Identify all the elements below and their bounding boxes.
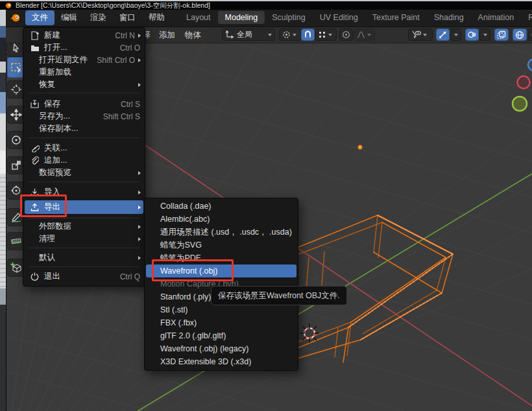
file-menu-item-new[interactable]: 新建 Ctrl N: [25, 29, 143, 41]
file-menu-item-recover[interactable]: 恢复: [25, 78, 143, 91]
export-item-usd[interactable]: 通用场景描述 (.usd， .usdc， .usda): [146, 226, 296, 239]
submenu-arrow-icon: [138, 34, 141, 38]
submenu-arrow-icon: [138, 83, 141, 87]
add-menu[interactable]: 添加: [159, 30, 175, 41]
shading-solid-button[interactable]: [528, 29, 532, 41]
file-menu-item-open[interactable]: 打开... Ctrl O: [25, 41, 143, 54]
file-menu-item-external-data[interactable]: 外部数据: [25, 220, 143, 233]
link-icon: [30, 144, 40, 152]
xray-icon: [497, 30, 506, 39]
export-item-collada[interactable]: Collada (.dae): [146, 200, 296, 213]
file-menu-item-save-copy[interactable]: 保存副本...: [25, 123, 143, 135]
tooltip: 保存该场景至Wavefront OBJ文件.: [211, 286, 347, 305]
gizmo-y-axis-ball[interactable]: [513, 97, 527, 111]
shading-wireframe-button[interactable]: [513, 29, 527, 41]
gizmos-toggle[interactable]: [436, 29, 450, 41]
folder-open-icon: [30, 44, 40, 52]
gizmos-dropdown[interactable]: [450, 29, 461, 41]
file-menu-panel: 新建 Ctrl N 打开... Ctrl O 打开近期文件 Shift Ctrl…: [23, 27, 145, 287]
object-origin-dot: [358, 145, 363, 150]
gizmo-x-axis-ball[interactable]: [518, 76, 530, 89]
file-menu-item-revert[interactable]: 重新加载: [25, 66, 143, 78]
cursor-tool-icon: [13, 86, 19, 93]
file-menu-item-data-previews[interactable]: 数据预览: [25, 167, 143, 179]
blender-window: Blender [C:\Users\CX\Desktop\gong\baoye\…: [0, 0, 532, 411]
blender-app-icon[interactable]: [10, 13, 21, 23]
file-menu-item-save-as[interactable]: 另存为... Shift Ctrl S: [25, 110, 143, 123]
export-item-gltf[interactable]: glTF 2.0 (.glb/.gltf): [146, 329, 296, 342]
annotation-box-wavefront-obj: [152, 259, 234, 281]
magnet-icon: [304, 30, 312, 39]
menu-separator: [29, 248, 139, 248]
tab-sculpting[interactable]: Sculpting: [265, 11, 312, 24]
snap-with-dropdown[interactable]: [315, 29, 337, 41]
export-item-fbx[interactable]: FBX (.fbx): [146, 316, 296, 329]
export-item-x3d[interactable]: X3D Extensible 3D (.x3d): [146, 355, 296, 368]
menu-separator: [29, 266, 139, 267]
xray-toggle[interactable]: [494, 29, 509, 41]
pivot-point-dropdown[interactable]: [279, 29, 302, 41]
tab-uv-editing[interactable]: UV Editing: [313, 11, 365, 24]
background-app-edge: [0, 8, 6, 411]
submenu-arrow-icon: [138, 171, 141, 175]
proportional-falloff-dropdown[interactable]: [354, 29, 375, 41]
snap-toggle[interactable]: [301, 29, 315, 41]
export-item-stl[interactable]: Stl (.stl): [146, 303, 296, 316]
file-menu-item-append[interactable]: 追加...: [25, 154, 143, 167]
submenu-arrow-icon: [138, 206, 141, 209]
gizmo-arrow-icon: [439, 30, 447, 39]
tab-modeling[interactable]: Modeling: [218, 11, 265, 24]
tab-shading[interactable]: Shading: [427, 11, 471, 24]
menu-render[interactable]: 渲染: [84, 10, 113, 25]
overlays-icon: [468, 30, 477, 39]
menu-file[interactable]: 文件: [25, 10, 54, 25]
submenu-arrow-icon: [138, 191, 141, 194]
export-item-wavefront-legacy[interactable]: Wavefront (.obj) (legacy): [146, 342, 296, 355]
measure-ruler-icon: [10, 235, 22, 247]
file-menu-item-save[interactable]: 保存 Ctrl S: [25, 98, 143, 110]
move-icon: [10, 109, 22, 121]
rotate-icon: [10, 134, 22, 146]
topbar: 文件 编辑 渲染 窗口 帮助 Layout Modeling Sculpting…: [6, 8, 532, 27]
annotation-box-export: [20, 194, 67, 217]
file-menu-item-open-recent[interactable]: 打开近期文件 Shift Ctrl O: [25, 54, 143, 66]
submenu-arrow-icon: [138, 237, 141, 241]
menu-separator: [29, 93, 139, 93]
export-item-grease-pencil-svg[interactable]: 蜡笔为SVG: [146, 239, 296, 252]
file-menu-item-defaults[interactable]: 默认: [25, 252, 143, 264]
chevron-down-icon: [293, 34, 296, 36]
menu-window[interactable]: 窗口: [113, 10, 142, 25]
menu-separator: [29, 182, 139, 182]
tab-animation[interactable]: Animation: [471, 11, 522, 24]
object-menu[interactable]: 物体: [185, 30, 201, 41]
tab-texture-paint[interactable]: Texture Paint: [365, 11, 427, 24]
chevron-down-icon: [483, 34, 487, 36]
menu-edit[interactable]: 编辑: [54, 10, 84, 25]
tab-layout[interactable]: Layout: [179, 11, 218, 24]
submenu-arrow-icon: [138, 58, 141, 62]
menu-separator: [29, 218, 139, 218]
overlays-toggle[interactable]: [465, 29, 479, 41]
tab-rendering[interactable]: Renderi: [521, 11, 532, 24]
orientation-label: 全局: [237, 29, 252, 40]
add-cube-icon: [10, 262, 22, 274]
transform-orientation-dropdown[interactable]: 全局: [222, 29, 275, 41]
file-menu-item-link[interactable]: 关联...: [25, 142, 143, 154]
export-item-alembic[interactable]: Alembic(.abc): [146, 213, 296, 226]
title-bar: Blender [C:\Users\CX\Desktop\gong\baoye\…: [0, 0, 532, 10]
chevron-down-icon: [328, 34, 332, 36]
window-title: Blender [C:\Users\CX\Desktop\gong\baoye\…: [16, 1, 210, 10]
menu-help[interactable]: 帮助: [142, 10, 171, 25]
blender-logo-icon: [5, 2, 12, 9]
chevron-down-icon: [454, 34, 458, 36]
show-gizmo-dropdown[interactable]: [408, 29, 433, 41]
proportional-editing-toggle[interactable]: [339, 29, 353, 41]
overlays-dropdown[interactable]: [479, 29, 490, 41]
chevron-down-icon: [423, 34, 427, 36]
orientation-axes-icon: [225, 30, 234, 39]
file-menu-item-quit[interactable]: 退出 Ctrl Q: [25, 270, 143, 283]
paperclip-icon: [30, 156, 40, 165]
save-icon: [30, 100, 40, 108]
file-menu-item-clean-up[interactable]: 清理: [25, 233, 143, 245]
export-submenu-panel: Collada (.dae) Alembic(.abc) 通用场景描述 (.us…: [144, 198, 298, 371]
